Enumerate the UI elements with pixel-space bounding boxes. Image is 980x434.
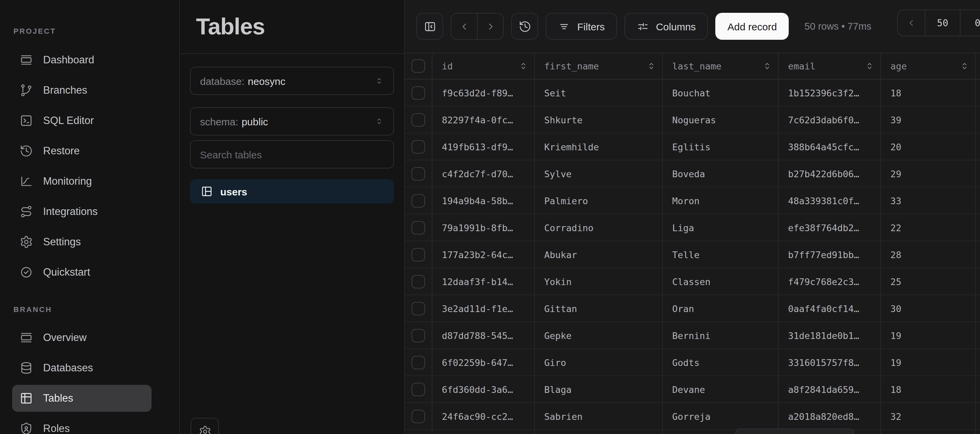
cell-last_name[interactable]: Devane [662,376,778,402]
cell-last_name[interactable]: Gorreja [662,403,778,429]
table-row[interactable]: 82297f4a-0fc…ShkurteNogueras7c62d3dab6f0… [405,107,980,133]
table-row[interactable]: 177a23b2-64c…AbukarTelleb7ff77ed91bb…28 [405,241,980,268]
sidebar-item-restore[interactable]: Restore [12,137,151,164]
previous-page-button[interactable] [898,10,925,36]
columns-button[interactable]: Columns [624,13,708,40]
table-row[interactable]: 12daaf3f-b14…YokinClassenf479c768e2c3…25 [405,268,980,295]
cell-last_name[interactable]: Oran [662,295,778,321]
cell-last_name[interactable]: Boveda [662,160,778,187]
cell-first_name[interactable]: Seit [534,80,662,106]
select-all-checkbox[interactable] [412,59,425,73]
cell-id[interactable]: d87dd788-545… [432,322,534,348]
cell-last_name[interactable]: Bouchat [662,80,778,106]
cell-first_name[interactable]: Gepke [534,322,662,348]
row-checkbox[interactable] [412,113,425,126]
cell-first_name[interactable]: Giro [534,349,662,375]
cell-last_name[interactable]: Godts [662,349,778,375]
sidebar-item-sql-editor[interactable]: SQL Editor [12,107,151,134]
database-select[interactable]: database: neosync [190,67,394,95]
cell-age[interactable]: 28 [880,241,975,268]
cell-age[interactable]: 33 [880,187,975,214]
cell-first_name[interactable]: Abukar [534,241,662,268]
collapse-panel-button[interactable] [416,13,443,40]
row-checkbox[interactable] [412,167,425,180]
sort-icon[interactable] [959,61,970,72]
cell-first_name[interactable]: Shkurte [534,107,662,133]
column-header-first_name[interactable]: first_name [534,53,662,79]
sidebar-item-branches[interactable]: Branches [12,77,151,104]
table-list-item-users[interactable]: users [190,179,394,204]
sidebar-item-integrations[interactable]: Integrations [12,198,151,225]
table-row[interactable]: c4f2dc7f-d70…SylveBovedab27b422d6b06…29 [405,160,980,187]
sidebar-item-quickstart[interactable]: Quickstart [12,259,151,286]
cell-id[interactable]: 6f02259b-647… [432,349,534,375]
cell-email[interactable]: 1b152396c3f2… [778,80,880,106]
cell-age[interactable]: 22 [880,214,975,241]
cell-first_name[interactable]: Yokin [534,268,662,295]
sort-icon[interactable] [518,61,529,72]
row-checkbox[interactable] [412,248,425,261]
cell-age[interactable]: 18 [880,80,975,106]
cell-id[interactable]: 82297f4a-0fc… [432,107,534,133]
table-row[interactable]: 194a9b4a-58b…PalmieroMoron48a339381c0f…3… [405,187,980,214]
cell-last_name[interactable]: Moron [662,187,778,214]
cell-email[interactable]: 7c62d3dab6f0… [778,107,880,133]
cell-first_name[interactable]: Blaga [534,376,662,402]
row-checkbox[interactable] [412,194,425,207]
row-checkbox[interactable] [412,409,425,423]
cell-email[interactable]: a2018a820ed8… [778,403,880,429]
cell-id[interactable]: 419fb613-df9… [432,133,534,160]
cell-email[interactable]: 388b64a45cfc… [778,133,880,160]
row-checkbox[interactable] [412,274,425,288]
cell-id[interactable]: 6fd360dd-3a6… [432,376,534,402]
cell-id[interactable]: 24f6ac90-cc2… [432,403,534,429]
back-button[interactable] [451,13,477,39]
table-row[interactable]: 419fb613-df9…KriemhildeEglitis388b64a45c… [405,133,980,160]
cell-age[interactable]: 25 [880,268,975,295]
cell-email[interactable]: a8f2841da659… [778,376,880,402]
table-row[interactable]: 6f02259b-647…GiroGodts3316015757f8…19 [405,349,980,376]
cell-last_name[interactable]: Liga [662,214,778,241]
cell-id[interactable]: f9c63d2d-f89… [432,80,534,106]
sort-icon[interactable] [762,61,773,72]
page-size-value[interactable]: 50 [925,10,960,36]
cell-id[interactable]: c4f2dc7f-d70… [432,160,534,187]
cell-first_name[interactable]: Sylve [534,160,662,187]
cell-last_name[interactable]: Telle [662,241,778,268]
cell-age[interactable]: 19 [880,349,975,375]
cell-age[interactable]: 39 [880,107,975,133]
row-checkbox[interactable] [412,329,425,342]
query-history-button[interactable] [511,13,538,40]
column-header-age[interactable]: age [880,53,975,79]
cell-id[interactable]: 79a1991b-8fb… [432,214,534,241]
cell-first_name[interactable]: Gittan [534,295,662,321]
cell-age[interactable]: 20 [880,133,975,160]
cell-email[interactable]: b27b422d6b06… [778,160,880,187]
horizontal-scrollbar[interactable] [735,429,854,434]
cell-first_name[interactable]: Palmiero [534,187,662,214]
row-checkbox[interactable] [412,86,425,99]
cell-id[interactable]: 177a23b2-64c… [432,241,534,268]
cell-id[interactable]: 194a9b4a-58b… [432,187,534,214]
panel-settings-button[interactable] [191,418,219,434]
sidebar-item-settings[interactable]: Settings [12,228,151,255]
cell-last_name[interactable]: Classen [662,268,778,295]
cell-age[interactable]: 19 [880,322,975,348]
sort-icon[interactable] [864,61,875,72]
schema-select[interactable]: schema: public [190,107,394,136]
cell-email[interactable]: efe38f764db2… [778,214,880,241]
forward-button[interactable] [477,13,503,39]
column-header-email[interactable]: email [778,53,880,79]
cell-age[interactable]: 29 [880,160,975,187]
sidebar-item-dashboard[interactable]: Dashboard [12,46,151,73]
cell-email[interactable]: f479c768e2c3… [778,268,880,295]
table-row[interactable]: 3e2ad11d-f1e…GittanOran0aaf4fa0cf14…30 [405,295,980,322]
sidebar-item-monitoring[interactable]: Monitoring [12,168,151,195]
cell-first_name[interactable]: Kriemhilde [534,133,662,160]
table-row[interactable]: d87dd788-545…GepkeBernini31de181de0b1…19 [405,322,980,349]
column-header-id[interactable]: id [432,53,534,79]
sidebar-item-tables[interactable]: Tables [12,385,151,412]
cell-last_name[interactable]: Nogueras [662,107,778,133]
row-checkbox[interactable] [412,383,425,396]
table-row[interactable]: 79a1991b-8fb…CorradinoLigaefe38f764db2…2… [405,214,980,241]
